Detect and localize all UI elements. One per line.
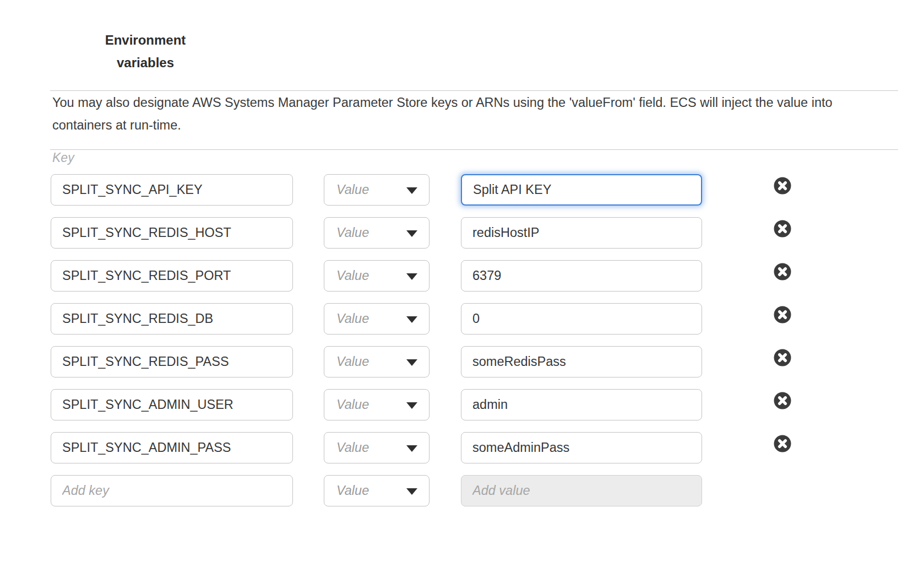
remove-variable-button[interactable] xyxy=(774,349,791,366)
add-value-input[interactable] xyxy=(461,475,702,506)
value-type-dropdown[interactable]: Value xyxy=(324,217,430,249)
env-value-input[interactable] xyxy=(461,389,702,420)
section-label: Environment variables xyxy=(79,29,211,74)
remove-variable-button[interactable] xyxy=(774,263,791,280)
value-type-dropdown[interactable]: Value xyxy=(324,174,430,206)
chevron-down-icon xyxy=(406,273,417,280)
chevron-down-icon xyxy=(406,359,417,366)
env-key-input[interactable] xyxy=(51,432,293,463)
chevron-down-icon xyxy=(406,230,417,237)
value-type-dropdown[interactable]: Value xyxy=(324,432,430,463)
value-type-label: Value xyxy=(336,225,369,240)
env-var-row: Value xyxy=(51,260,791,292)
value-type-label: Value xyxy=(336,182,369,197)
chevron-down-icon xyxy=(406,445,417,452)
env-key-input[interactable] xyxy=(51,174,293,206)
value-type-dropdown[interactable]: Value xyxy=(324,389,430,420)
x-circle-icon xyxy=(774,263,791,280)
env-key-input[interactable] xyxy=(51,303,293,335)
env-value-input[interactable] xyxy=(461,174,702,206)
env-key-input[interactable] xyxy=(51,260,293,292)
x-circle-icon xyxy=(774,392,791,409)
value-type-label: Value xyxy=(336,268,369,283)
env-key-input[interactable] xyxy=(51,346,293,377)
divider xyxy=(50,149,898,150)
chevron-down-icon xyxy=(406,316,417,323)
section-description: You may also designate AWS Systems Manag… xyxy=(52,91,839,137)
x-circle-icon xyxy=(774,349,791,366)
value-type-dropdown[interactable]: Value xyxy=(324,260,430,292)
remove-variable-button[interactable] xyxy=(774,220,791,238)
add-key-input[interactable] xyxy=(51,475,293,506)
env-value-input[interactable] xyxy=(461,217,702,249)
remove-variable-button[interactable] xyxy=(774,177,791,195)
env-var-row: Value xyxy=(51,432,791,463)
add-env-var-row: Value xyxy=(51,475,791,506)
env-var-row: Value xyxy=(51,217,791,249)
env-var-rows: Value Value Value xyxy=(51,174,791,506)
value-type-label: Value xyxy=(336,440,369,455)
chevron-down-icon xyxy=(406,402,417,409)
value-type-dropdown[interactable]: Value xyxy=(324,475,430,506)
env-var-row: Value xyxy=(51,389,791,420)
value-type-dropdown[interactable]: Value xyxy=(324,346,430,377)
x-circle-icon xyxy=(774,220,791,238)
env-var-row: Value xyxy=(51,174,791,206)
value-type-label: Value xyxy=(336,397,369,412)
value-type-dropdown[interactable]: Value xyxy=(324,303,430,335)
env-value-input[interactable] xyxy=(461,303,702,335)
environment-variables-section: Environment variables You may also desig… xyxy=(0,0,924,561)
env-var-row: Value xyxy=(51,346,791,377)
x-circle-icon xyxy=(774,306,791,323)
env-value-input[interactable] xyxy=(461,432,702,463)
env-value-input[interactable] xyxy=(461,260,702,292)
x-circle-icon xyxy=(774,177,791,195)
remove-variable-button[interactable] xyxy=(774,392,791,409)
env-key-input[interactable] xyxy=(51,217,293,249)
divider xyxy=(50,90,898,91)
value-type-label: Value xyxy=(336,354,369,369)
chevron-down-icon xyxy=(406,187,417,194)
remove-variable-button[interactable] xyxy=(774,306,791,323)
env-var-row: Value xyxy=(51,303,791,335)
key-column-label: Key xyxy=(52,150,74,165)
x-circle-icon xyxy=(774,435,791,452)
remove-variable-button[interactable] xyxy=(774,435,791,452)
env-key-input[interactable] xyxy=(51,389,293,420)
chevron-down-icon xyxy=(406,488,417,495)
env-value-input[interactable] xyxy=(461,346,702,377)
value-type-label: Value xyxy=(336,311,369,326)
value-type-label: Value xyxy=(336,483,369,498)
